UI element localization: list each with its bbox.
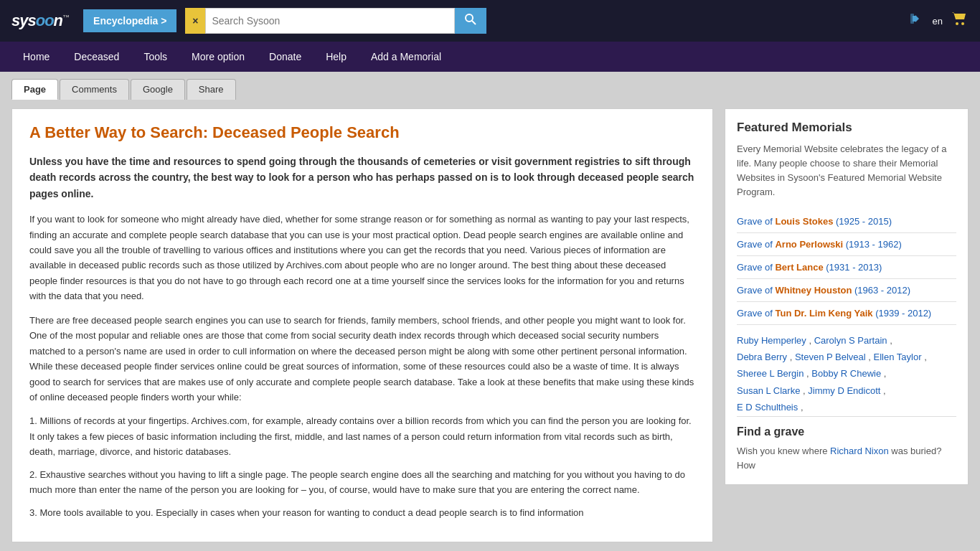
grave-label: Grave of (737, 308, 775, 319)
grave-name: Whitney Houston (775, 285, 852, 296)
grave-link-arno-perlowski[interactable]: Grave of Arno Perlowski (1913 - 1962) (737, 233, 956, 256)
person-jimmy-endicott[interactable]: Jimmy D Endicott (808, 385, 880, 396)
svg-point-4 (961, 22, 964, 25)
grave-years: (1939 - 2012) (873, 308, 932, 319)
nav-deceased[interactable]: Deceased (62, 44, 131, 70)
grave-link-whitney-houston[interactable]: Grave of Whitney Houston (1963 - 2012) (737, 279, 956, 302)
tab-google[interactable]: Google (131, 79, 185, 100)
grave-label: Grave of (737, 216, 775, 227)
article-title: A Better Way to Search: Deceased People … (29, 123, 695, 142)
article: A Better Way to Search: Deceased People … (11, 108, 713, 542)
tab-share[interactable]: Share (187, 79, 236, 100)
person-bobby-chewie[interactable]: Bobby R Chewie (811, 368, 881, 379)
people-list: Ruby Hemperley , Carolyn S Partain , Deb… (737, 332, 956, 416)
svg-point-0 (466, 14, 473, 22)
site-logo: sysoon™ (11, 11, 69, 30)
tab-comments[interactable]: Comments (60, 79, 129, 100)
person-susan-clarke[interactable]: Susan L Clarke (737, 385, 800, 396)
main-content: A Better Way to Search: Deceased People … (0, 100, 980, 551)
nav-more-option[interactable]: More option (180, 44, 256, 70)
article-lead: Unless you have the time and resources t… (29, 154, 695, 202)
find-grave-title: Find a grave (737, 425, 956, 438)
search-input[interactable] (205, 8, 455, 34)
tabs-bar: Page Comments Google Share (0, 72, 980, 100)
featured-title: Featured Memorials (737, 121, 956, 135)
person-ruby-hemperley[interactable]: Ruby Hemperley (737, 335, 806, 346)
find-grave-text: Wish you knew where Richard Nixon was bu… (737, 444, 956, 473)
grave-years: (1963 - 2012) (852, 285, 910, 296)
article-numbered-1: 1. Millions of records at your fingertip… (29, 413, 695, 459)
cart-icon[interactable] (950, 9, 969, 32)
svg-line-1 (472, 21, 476, 24)
sidebar: Featured Memorials Every Memorial Websit… (725, 108, 969, 542)
nav-home[interactable]: Home (11, 44, 61, 70)
svg-rect-2 (910, 14, 914, 24)
header-right: en (908, 9, 969, 32)
grave-name: Tun Dr. Lim Keng Yaik (775, 308, 872, 319)
login-icon[interactable] (908, 10, 925, 32)
svg-point-3 (956, 22, 958, 25)
person-debra-berry[interactable]: Debra Berry (737, 352, 787, 362)
grave-name: Bert Lance (775, 262, 823, 273)
nav-help[interactable]: Help (314, 44, 358, 70)
featured-memorials-panel: Featured Memorials Every Memorial Websit… (725, 108, 969, 485)
person-steven-belveal[interactable]: Steven P Belveal (795, 352, 866, 362)
main-nav: Home Deceased Tools More option Donate H… (0, 42, 980, 72)
grave-label: Grave of (737, 285, 775, 296)
person-sheree-bergin[interactable]: Sheree L Bergin (737, 368, 804, 379)
grave-years: (1925 - 2015) (833, 216, 892, 227)
tab-page[interactable]: Page (11, 79, 58, 100)
grave-years: (1913 - 1962) (843, 239, 902, 250)
header: sysoon™ Encyclopedia > × en (0, 0, 980, 42)
search-clear-button[interactable]: × (185, 8, 205, 34)
grave-link-tun-lim[interactable]: Grave of Tun Dr. Lim Keng Yaik (1939 - 2… (737, 302, 956, 325)
find-grave-name-link[interactable]: Richard Nixon (830, 446, 889, 456)
featured-intro: Every Memorial Website celebrates the le… (737, 142, 956, 200)
article-para-2: There are free deceased people search en… (29, 313, 695, 405)
article-para-1: If you want to look for someone who migh… (29, 212, 695, 304)
encyclopedia-button[interactable]: Encyclopedia > (83, 9, 176, 32)
article-numbered-3: 3. More tools available to you. Especial… (29, 505, 695, 520)
grave-link-bert-lance[interactable]: Grave of Bert Lance (1931 - 2013) (737, 256, 956, 279)
article-numbered-2: 2. Exhaustive searches without you havin… (29, 467, 695, 498)
search-button[interactable] (455, 8, 486, 34)
nav-tools[interactable]: Tools (132, 44, 179, 70)
grave-years: (1931 - 2013) (824, 262, 882, 273)
search-area: × (185, 8, 486, 34)
grave-label: Grave of (737, 262, 775, 273)
nav-add-memorial[interactable]: Add a Memorial (359, 44, 453, 70)
grave-link-louis-stokes[interactable]: Grave of Louis Stokes (1925 - 2015) (737, 210, 956, 233)
nav-donate[interactable]: Donate (258, 44, 313, 70)
find-grave-section: Find a grave Wish you knew where Richard… (737, 416, 956, 473)
language-button[interactable]: en (933, 16, 943, 27)
grave-name: Arno Perlowski (775, 239, 843, 250)
search-icon (464, 13, 477, 26)
grave-name: Louis Stokes (775, 216, 833, 227)
person-carolyn-partain[interactable]: Carolyn S Partain (814, 335, 887, 346)
person-ed-schultheis[interactable]: E D Schultheis (737, 402, 798, 413)
person-ellen-taylor[interactable]: Ellen Taylor (874, 352, 922, 362)
grave-label: Grave of (737, 239, 775, 250)
